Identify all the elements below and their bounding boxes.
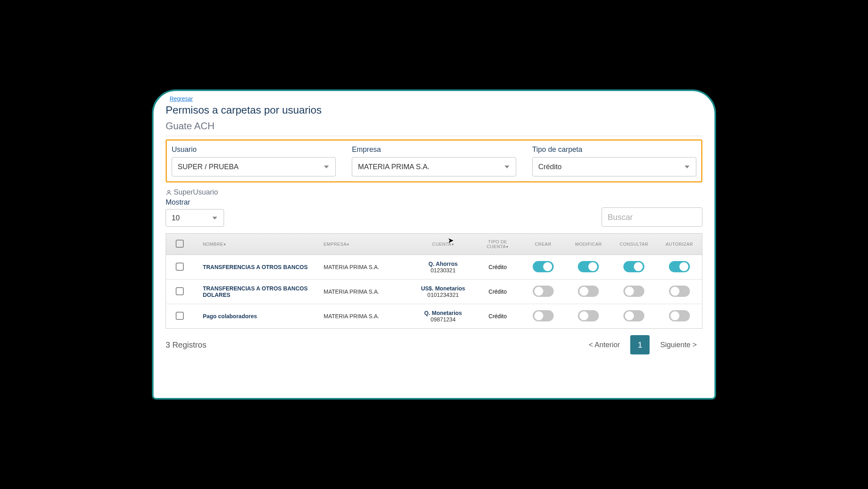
- user-select-value: SUPER / PRUEBA: [178, 163, 239, 171]
- show-block: Mostrar 10: [166, 198, 224, 227]
- pagination: < Anterior 1 Siguiente >: [583, 335, 702, 354]
- cell-company: MATERIA PRIMA S.A.: [320, 255, 411, 280]
- show-label: Mostrar: [166, 198, 224, 207]
- table-header-row: NOMBRE EMPRESA CUENTA TIPO DE CUENTA CRE…: [166, 234, 702, 255]
- company-label: Empresa: [352, 145, 516, 154]
- toggle-authorize[interactable]: [669, 261, 690, 272]
- col-company[interactable]: EMPRESA: [320, 234, 411, 255]
- cell-company: MATERIA PRIMA S.A.: [320, 280, 411, 304]
- user-icon: [166, 189, 172, 196]
- col-name[interactable]: NOMBRE: [193, 234, 320, 255]
- row-checkbox[interactable]: [176, 312, 184, 320]
- toolbar: Mostrar 10: [166, 198, 702, 227]
- toggle-modify[interactable]: [578, 310, 599, 321]
- table-row: Pago colaboradores MATERIA PRIMA S.A. Q.…: [166, 304, 702, 329]
- search-input[interactable]: [602, 207, 702, 227]
- toggle-consult[interactable]: [623, 286, 644, 297]
- table-row: TRANSFERENCIAS A OTROS BANCOS MATERIA PR…: [166, 255, 702, 280]
- table-row: TRANSFERENCIAS A OTROS BANCOS DOLARES MA…: [166, 280, 702, 304]
- permissions-table: NOMBRE EMPRESA CUENTA TIPO DE CUENTA CRE…: [166, 233, 702, 329]
- show-select-value: 10: [172, 214, 180, 222]
- toggle-create[interactable]: [533, 286, 554, 297]
- cell-account: US$. Monetarios 0101234321: [411, 280, 475, 304]
- page-number[interactable]: 1: [630, 335, 650, 354]
- show-select[interactable]: 10: [166, 209, 224, 227]
- user-label: Usuario: [172, 145, 336, 154]
- records-count: 3 Registros: [166, 340, 206, 350]
- toggle-modify[interactable]: [578, 286, 599, 297]
- filter-folder-type: Tipo de carpeta Crédito: [532, 145, 696, 176]
- page-title: Permisos a carpetas por usuarios: [166, 104, 702, 116]
- toggle-authorize[interactable]: [669, 286, 690, 297]
- cell-name[interactable]: TRANSFERENCIAS A OTROS BANCOS DOLARES: [193, 280, 320, 304]
- cell-folder-type: Crédito: [475, 304, 520, 329]
- col-modify: MODIFICAR: [566, 234, 611, 255]
- app-content: Regresar Permisos a carpetas por usuario…: [154, 91, 714, 398]
- back-link[interactable]: Regresar: [166, 95, 193, 102]
- folder-type-label: Tipo de carpeta: [532, 145, 696, 154]
- col-create: CREAR: [520, 234, 566, 255]
- prev-button[interactable]: < Anterior: [583, 337, 626, 353]
- row-checkbox[interactable]: [176, 263, 184, 271]
- col-authorize: AUTORIZAR: [657, 234, 702, 255]
- cell-account: Q. Monetarios 09871234: [411, 304, 475, 329]
- page-subtitle: Guate ACH: [166, 120, 702, 136]
- toggle-authorize[interactable]: [669, 310, 690, 321]
- filter-user: Usuario SUPER / PRUEBA: [172, 145, 336, 176]
- toggle-modify[interactable]: [578, 261, 599, 272]
- filter-box: Usuario SUPER / PRUEBA Empresa MATERIA P…: [166, 139, 702, 182]
- col-check-all: [166, 234, 193, 255]
- toggle-consult[interactable]: [623, 261, 644, 272]
- company-select-value: MATERIA PRIMA S.A.: [358, 163, 430, 171]
- laptop-frame: Regresar Permisos a carpetas por usuario…: [152, 89, 716, 400]
- cell-company: MATERIA PRIMA S.A.: [320, 304, 411, 329]
- folder-type-select-value: Crédito: [538, 163, 562, 171]
- svg-point-0: [168, 190, 170, 192]
- user-badge-text: SuperUsuario: [174, 188, 218, 197]
- check-all[interactable]: [176, 240, 184, 248]
- cell-name[interactable]: TRANSFERENCIAS A OTROS BANCOS: [193, 255, 320, 280]
- col-account-type[interactable]: TIPO DE CUENTA: [475, 234, 520, 255]
- col-consult: CONSULTAR: [611, 234, 657, 255]
- user-badge: SuperUsuario: [166, 188, 702, 197]
- user-select[interactable]: SUPER / PRUEBA: [172, 157, 336, 176]
- cell-folder-type: Crédito: [475, 280, 520, 304]
- cell-name[interactable]: Pago colaboradores: [193, 304, 320, 329]
- company-select[interactable]: MATERIA PRIMA S.A.: [352, 157, 516, 176]
- toggle-consult[interactable]: [623, 310, 644, 321]
- next-button[interactable]: Siguiente >: [654, 337, 702, 353]
- filter-company: Empresa MATERIA PRIMA S.A.: [352, 145, 516, 176]
- cell-account: Q. Ahorros 01230321: [411, 255, 475, 280]
- table-footer: 3 Registros < Anterior 1 Siguiente >: [166, 335, 702, 354]
- cell-folder-type: Crédito: [475, 255, 520, 280]
- header-area: Regresar Permisos a carpetas por usuario…: [166, 95, 702, 136]
- folder-type-select[interactable]: Crédito: [532, 157, 696, 176]
- row-checkbox[interactable]: [176, 287, 184, 295]
- toggle-create[interactable]: [533, 261, 554, 272]
- col-account[interactable]: CUENTA: [411, 234, 475, 255]
- toggle-create[interactable]: [533, 310, 554, 321]
